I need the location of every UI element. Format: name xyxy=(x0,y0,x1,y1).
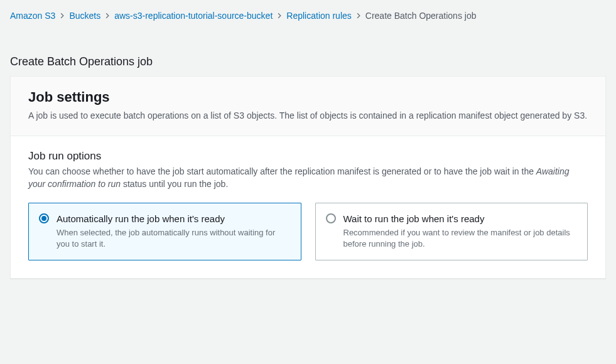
option-description: When selected, the job automatically run… xyxy=(57,227,291,250)
breadcrumb-current: Create Batch Operations job xyxy=(365,9,477,23)
chevron-right-icon xyxy=(59,13,65,19)
job-run-options-group: Automatically run the job when it's read… xyxy=(28,203,588,260)
breadcrumb-link-bucket[interactable]: aws-s3-replication-tutorial-source-bucke… xyxy=(114,9,273,23)
breadcrumb: Amazon S3 Buckets aws-s3-replication-tut… xyxy=(0,0,616,25)
breadcrumb-link-buckets[interactable]: Buckets xyxy=(69,9,100,23)
option-wait-to-run[interactable]: Wait to run the job when it's ready Reco… xyxy=(315,203,588,260)
option-text: Automatically run the job when it's read… xyxy=(57,212,291,250)
radio-icon xyxy=(326,213,336,223)
section-desc-pre: You can choose whether to have the job s… xyxy=(28,166,536,176)
page-title: Create Batch Operations job xyxy=(0,55,616,76)
option-title: Automatically run the job when it's read… xyxy=(57,212,291,226)
panel-description: A job is used to execute batch operation… xyxy=(28,109,588,122)
option-text: Wait to run the job when it's ready Reco… xyxy=(343,212,578,250)
section-description: You can choose whether to have the job s… xyxy=(28,165,588,190)
option-auto-run[interactable]: Automatically run the job when it's read… xyxy=(28,203,301,260)
panel-title: Job settings xyxy=(28,89,588,105)
breadcrumb-link-replication-rules[interactable]: Replication rules xyxy=(286,9,352,23)
chevron-right-icon xyxy=(355,13,362,19)
breadcrumb-link-amazon-s3[interactable]: Amazon S3 xyxy=(10,9,55,23)
panel-header: Job settings A job is used to execute ba… xyxy=(11,77,605,136)
radio-icon xyxy=(39,213,49,223)
option-description: Recommended if you want to review the ma… xyxy=(343,227,578,250)
chevron-right-icon xyxy=(276,13,283,19)
section-title-job-run-options: Job run options xyxy=(28,150,588,163)
panel-body: Job run options You can choose whether t… xyxy=(11,136,605,278)
option-title: Wait to run the job when it's ready xyxy=(343,212,578,226)
chevron-right-icon xyxy=(104,13,111,19)
job-settings-panel: Job settings A job is used to execute ba… xyxy=(10,76,606,279)
section-desc-post: status until you run the job. xyxy=(121,179,228,189)
